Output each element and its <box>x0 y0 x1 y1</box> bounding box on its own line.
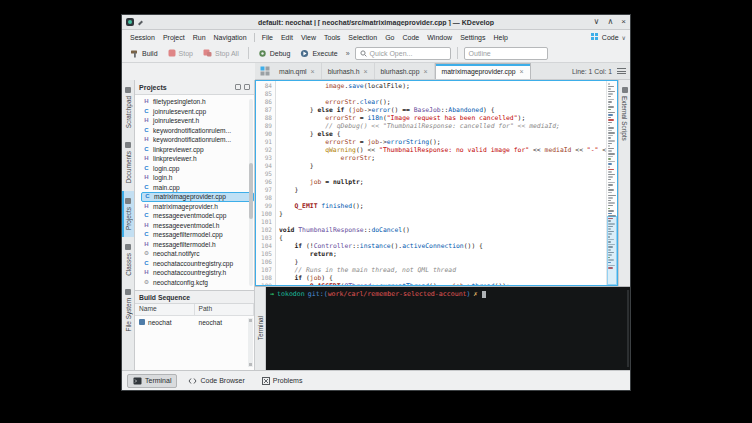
tab-blurhash-cpp[interactable]: blurhash.cpp× <box>375 63 435 79</box>
panel-options-icon[interactable] <box>235 84 241 90</box>
line-number: 99 <box>256 202 272 210</box>
execute-button[interactable]: Execute <box>297 47 340 60</box>
dock-tab-projects[interactable]: Projects <box>122 191 134 237</box>
tree-item-messageeventmodel-cpp[interactable]: Cmessageeventmodel.cpp <box>141 211 254 221</box>
tree-item-keywordnotificationrulem[interactable]: Hkeywordnotificationrulem... <box>141 135 254 145</box>
terminal-handle[interactable]: Terminal <box>255 287 266 370</box>
minimap-viewport[interactable] <box>607 216 617 285</box>
panel-title: Projects <box>139 84 232 91</box>
tree-item-neochataccountregistry-cpp[interactable]: Cneochataccountregistry.cpp <box>141 259 254 269</box>
dock-tab-file-system[interactable]: File System <box>122 282 134 338</box>
area-switcher-icon[interactable] <box>591 33 599 41</box>
menu-session[interactable]: Session <box>126 33 159 42</box>
outline-input[interactable]: Outline <box>464 47 548 60</box>
statusbar-terminal-button[interactable]: Terminal <box>127 374 177 388</box>
stop-all-button[interactable]: Stop All <box>200 47 242 59</box>
tree-item-label: joinrulesevent.h <box>153 117 199 124</box>
tree-item-filetypesingleton-h[interactable]: Hfiletypesingleton.h <box>141 97 254 107</box>
file-system-icon <box>125 289 131 295</box>
tab-blurhash-h[interactable]: blurhash.h× <box>322 63 375 79</box>
tree-item-login-cpp[interactable]: Clogin.cpp <box>141 164 254 174</box>
menu-run[interactable]: Run <box>189 33 210 42</box>
tab-list-icon[interactable] <box>617 67 626 76</box>
statusbar-problems-button[interactable]: Problems <box>256 374 309 388</box>
area-label[interactable]: Code <box>602 34 619 41</box>
minimap[interactable] <box>606 81 617 285</box>
menu-edit[interactable]: Edit <box>277 33 297 42</box>
close-icon[interactable]: × <box>621 18 626 26</box>
dock-tab-label: Classes <box>125 253 132 276</box>
tree-item-matriximageprovider-cpp[interactable]: Cmatriximageprovider.cpp <box>141 192 254 202</box>
tree-item-neochat-notifyrc[interactable]: ⚙neochat.notifyrc <box>141 249 254 259</box>
tree-item-linkpreviewer-h[interactable]: Hlinkpreviewer.h <box>141 154 254 164</box>
tree-item-joinrulesevent-h[interactable]: Hjoinrulesevent.h <box>141 116 254 126</box>
stop-button[interactable]: Stop <box>165 47 196 59</box>
tree-item-linkpreviewer-cpp[interactable]: Clinkpreviewer.cpp <box>141 145 254 155</box>
menu-window[interactable]: Window <box>423 33 456 42</box>
code-line-84: image.save(localFile); <box>279 82 606 90</box>
toolbar-overflow-icon[interactable]: » <box>345 50 351 57</box>
prompt-git-suffix: ) <box>467 290 471 298</box>
tab-close-icon[interactable]: × <box>363 68 367 75</box>
tree-item-keywordnotificationrulem[interactable]: Ckeywordnotificationrulem... <box>141 126 254 136</box>
menu-go[interactable]: Go <box>381 33 398 42</box>
tree-item-login-h[interactable]: Hlogin.h <box>141 173 254 183</box>
code-editor[interactable]: 8485868788899091929394959697989910010110… <box>255 80 618 286</box>
menu-selection[interactable]: Selection <box>344 33 381 42</box>
code-line-106: } <box>279 258 606 266</box>
code-line-98 <box>279 194 606 202</box>
terminal-screen[interactable]: → tokodon git:( work/carl/remember-selec… <box>266 287 630 370</box>
menu-code[interactable]: Code <box>399 33 424 42</box>
tree-item-joinrulesevent-cpp[interactable]: Cjoinrulesevent.cpp <box>141 107 254 117</box>
panel-float-icon[interactable] <box>244 84 250 90</box>
tree-item-messageeventmodel-h[interactable]: Hmessageeventmodel.h <box>141 221 254 231</box>
menubar-separator <box>254 33 255 42</box>
build-sequence-scrollbar[interactable] <box>248 318 253 367</box>
menu-settings[interactable]: Settings <box>456 33 489 42</box>
tab-main-qml[interactable]: main.qml× <box>273 63 322 79</box>
file-type-cfg-icon: ⚙ <box>143 250 150 257</box>
dock-tab-documents[interactable]: Documents <box>122 135 134 190</box>
tree-item-neochatconfig-kcfg[interactable]: ⚙neochatconfig.kcfg <box>141 278 254 288</box>
statusbar-code-browser-button[interactable]: Code Browser <box>182 374 250 388</box>
tab-close-icon[interactable]: × <box>520 68 524 75</box>
tree-item-neochataccountregistry-h[interactable]: Hneochataccountregistry.h <box>141 268 254 278</box>
column-name[interactable]: Name <box>135 304 195 315</box>
column-path[interactable]: Path <box>195 304 255 315</box>
code-lines[interactable]: image.save(localFile); errorStr.clear();… <box>276 81 606 285</box>
tree-item-label: login.h <box>153 174 172 181</box>
dock-tab-classes[interactable]: Classes <box>122 237 134 283</box>
minimize-icon[interactable]: ∨ <box>594 18 600 26</box>
quick-open-input[interactable]: Quick Open... <box>355 47 451 60</box>
terminal-scrollbar[interactable] <box>627 290 629 367</box>
debug-button[interactable]: Debug <box>255 47 294 60</box>
chevron-down-icon[interactable]: ∨ <box>622 34 626 41</box>
dock-tab-scratchpad[interactable]: Scratchpad <box>122 80 134 135</box>
external-scripts-icon <box>622 87 628 93</box>
menu-view[interactable]: View <box>297 33 320 42</box>
menu-help[interactable]: Help <box>489 33 511 42</box>
menu-navigation[interactable]: Navigation <box>210 33 251 42</box>
build-sequence-row[interactable]: neochat neochat <box>135 316 254 328</box>
tree-item-messagefiltermodel-cpp[interactable]: Cmessagefiltermodel.cpp <box>141 230 254 240</box>
stop-icon <box>168 49 176 57</box>
menu-tools[interactable]: Tools <box>320 33 344 42</box>
menu-project[interactable]: Project <box>159 33 189 42</box>
tab-close-icon[interactable]: × <box>423 68 427 75</box>
code-line-105: return; <box>279 250 606 258</box>
tree-item-matriximageprovider-h[interactable]: Hmatriximageprovider.h <box>141 202 254 212</box>
dock-tab-external-scripts[interactable]: External Scripts <box>619 80 630 148</box>
tree-item-main-cpp[interactable]: Cmain.cpp <box>141 183 254 193</box>
menu-file[interactable]: File <box>258 33 277 42</box>
maximize-icon[interactable]: ∧ <box>607 18 613 26</box>
build-button[interactable]: Build <box>127 47 161 60</box>
titlebar[interactable]: default: neochat | [ neochat/src/matrixi… <box>122 15 630 30</box>
tree-item-messagefiltermodel-h[interactable]: Hmessagefiltermodel.h <box>141 240 254 250</box>
projects-panel-header: Projects <box>135 80 254 95</box>
code-line-102: void ThumbnailResponse::doCancel() <box>279 226 606 234</box>
problems-icon <box>262 377 270 385</box>
document-switcher-icon[interactable] <box>260 66 270 76</box>
tab-matriximageprovider-cpp[interactable]: matriximageprovider.cpp× <box>435 63 531 79</box>
tab-close-icon[interactable]: × <box>311 68 315 75</box>
tree-scrollbar[interactable] <box>249 99 253 286</box>
